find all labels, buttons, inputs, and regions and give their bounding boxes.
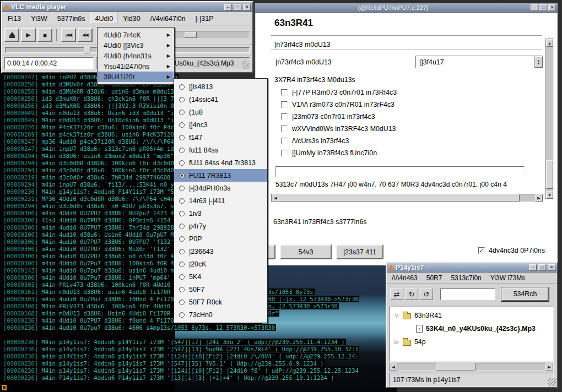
equalizer-preset-item[interactable]: |20cK	[174, 258, 267, 270]
scroll-right-button[interactable]: ▶	[545, 363, 553, 371]
reset-all-button[interactable]: |23s37 411	[336, 244, 383, 259]
checkbox-row[interactable]: wXVVind0Ws in73RF4c3 M0dU13	[281, 124, 396, 133]
equalizer-preset-item[interactable]: |]4nc3	[174, 118, 267, 131]
menu-item[interactable]: 4Udi0 |]3Vic3▶	[98, 40, 174, 51]
menubar-item[interactable]: 4Udi0	[90, 13, 117, 24]
menu-item[interactable]: 39U41i20r▶	[98, 72, 174, 82]
equalizer-preset-item[interactable]: 5K4	[174, 270, 267, 283]
close-button[interactable]: ✕	[243, 4, 251, 10]
scrollbar-thumb[interactable]	[546, 160, 553, 189]
spinner-icon[interactable]: ▲▼	[534, 56, 543, 68]
equalizer-preset-item[interactable]: p4r7y	[174, 220, 267, 232]
equalizer-preset-item[interactable]: P0P	[174, 232, 267, 245]
menubar-item[interactable]: Yi3W	[26, 13, 51, 24]
equalizer-preset-item[interactable]: FU11 7R3813	[174, 169, 267, 182]
advanced-options-checkbox[interactable]: ✓	[478, 247, 485, 254]
checkbox-row[interactable]: |]UmMy in73Rf4c3 fUnc7i0n	[281, 149, 377, 157]
scrollbar-thumb[interactable]	[279, 194, 520, 202]
horizontal-scrollbar[interactable]: ◀ ▶	[271, 194, 543, 202]
checkbox-icon[interactable]	[281, 138, 288, 144]
checkbox-row[interactable]: V1/\/\ r3m073 c0n7R01 in73rF4c3	[281, 100, 395, 109]
eject-button[interactable]	[4, 28, 19, 42]
tree-group-row[interactable]: ▽ 63n3R41	[390, 309, 553, 322]
menu-item[interactable]: Yisu41i247i0ns▶	[98, 61, 174, 72]
tree-item-row[interactable]: ♪ 53K4i_n0_y4KUs0ku_{42s3c}.Mp3	[390, 323, 553, 335]
playlist-titlebar[interactable]: P14y1is7 – □ ✕	[387, 263, 557, 273]
search-input[interactable]	[440, 288, 495, 300]
checkbox-row[interactable]: |-|77P R3m073 c0n7r01 in73Rf4c3	[281, 88, 397, 97]
volume-slider[interactable]	[174, 31, 250, 39]
equalizer-preset-item[interactable]: fu11 84ss	[174, 144, 267, 156]
equalizer-preset-item[interactable]: (14ssic41	[174, 93, 267, 106]
menubar-item[interactable]: /\/\4n463	[388, 273, 422, 283]
tree-group-row[interactable]: ▷ 54p	[390, 336, 553, 348]
equalizer-preset-item[interactable]: f147	[174, 131, 267, 144]
scroll-up-button[interactable]: ▲	[546, 39, 553, 47]
menubar-item[interactable]: Yi3W i73Ms	[487, 273, 529, 283]
scrollbar-thumb[interactable]	[436, 363, 475, 371]
expander-open-icon[interactable]: ▽	[394, 313, 399, 318]
menubar-item[interactable]: Fi13	[3, 13, 25, 24]
menu-item[interactable]: 4Udi0 7r4cK▶	[98, 30, 174, 40]
search-button[interactable]: 534Rch	[501, 287, 549, 301]
resize-grip[interactable]	[548, 378, 556, 386]
menubar-item[interactable]: Yid30	[118, 13, 145, 24]
equalizer-preset-item[interactable]: 1iv3	[174, 207, 267, 220]
menubar-item[interactable]: 50R7	[423, 273, 446, 283]
maximize-button[interactable]: □	[539, 4, 547, 11]
maximize-button[interactable]: □	[234, 4, 241, 10]
modules-input[interactable]	[275, 166, 525, 177]
equalizer-preset-item[interactable]: |236643	[174, 245, 267, 258]
scroll-down-button[interactable]: ▼	[546, 191, 553, 199]
menubar-item[interactable]: 5313c7i0n	[447, 273, 485, 283]
minimize-button[interactable]: –	[531, 4, 538, 11]
previous-button[interactable]: |◀◀	[61, 28, 76, 42]
seek-thumb[interactable]	[84, 47, 90, 53]
checkbox-icon[interactable]	[281, 113, 288, 120]
equalizer-preset-item[interactable]: |-|34dPH0n3s	[174, 182, 267, 194]
equalizer-preset-item[interactable]: fU11 84ss 4nd 7r3813	[174, 156, 267, 169]
resize-grip[interactable]	[242, 61, 250, 69]
equalizer-preset-item[interactable]: 14r63 |-|411	[174, 194, 267, 207]
play-button[interactable]: ▶	[21, 28, 36, 42]
maximize-button[interactable]: □	[538, 264, 546, 271]
save-button[interactable]: 54v3	[280, 244, 332, 259]
rewind-button[interactable]: ◀◀	[78, 28, 93, 42]
scroll-left-button[interactable]: ◀	[272, 194, 279, 202]
menu-item[interactable]: 4Udi0 (h4nn31s▶	[98, 51, 174, 61]
vlc-titlebar[interactable]: VLC media player – □ ✕	[2, 2, 252, 12]
menubar-item[interactable]: |-|31P	[191, 13, 218, 24]
scroll-left-button[interactable]: ◀	[390, 363, 397, 371]
equalizer-preset-item[interactable]: 73cHn0	[174, 308, 267, 321]
repeat-button[interactable]: ↺	[420, 288, 433, 300]
checkbox-row[interactable]: /\/cUrs3s in73rf4c3	[281, 137, 349, 145]
horizontal-scrollbar[interactable]: ◀ ▶	[389, 363, 554, 371]
checkbox-icon[interactable]	[281, 89, 288, 96]
stop-button[interactable]: ■	[37, 28, 52, 42]
menubar-item[interactable]: 5377in6s	[53, 13, 90, 24]
checkbox-row[interactable]: |23m073 c0n7r01 in73rf4c3	[281, 112, 375, 121]
spin-down-icon[interactable]: ▼	[537, 62, 540, 65]
menubar-item[interactable]: /\/4vi647i0n	[146, 13, 190, 24]
minimize-button[interactable]: –	[224, 4, 232, 10]
checkbox-icon[interactable]	[281, 126, 288, 132]
minimize-button[interactable]: –	[529, 264, 537, 271]
loop-button[interactable]: ↻	[405, 288, 418, 300]
preferences-titlebar[interactable]: (@Rc/idPU7/inPU7.c:227) – □ ✕	[255, 3, 558, 13]
equalizer-preset-item[interactable]: (1u8	[174, 106, 267, 118]
checkbox-icon[interactable]	[281, 150, 288, 156]
equalizer-preset-item[interactable]: 50F7	[174, 283, 267, 296]
volume-thumb[interactable]	[185, 32, 197, 38]
checkbox-icon[interactable]	[281, 101, 288, 108]
scroll-right-button[interactable]: ▶	[535, 194, 543, 202]
expander-closed-icon[interactable]: ▷	[394, 339, 399, 345]
advanced-options[interactable]: ✓ 4dv4nc3d 0P7i0ns	[478, 247, 545, 254]
interface-module-combo[interactable]: |]3f4u17 ▲▼	[415, 56, 543, 68]
equalizer-preset-item[interactable]: |]is4813	[174, 80, 267, 93]
vertical-scrollbar[interactable]: ▲ ▼	[545, 39, 554, 199]
close-button[interactable]: ✕	[548, 264, 555, 271]
scrollbar-track[interactable]	[520, 194, 535, 202]
equalizer-preset-item[interactable]: 50F7 R0ck	[174, 296, 267, 308]
random-button[interactable]: ⇄	[390, 288, 403, 300]
close-button[interactable]: ✕	[548, 4, 556, 11]
